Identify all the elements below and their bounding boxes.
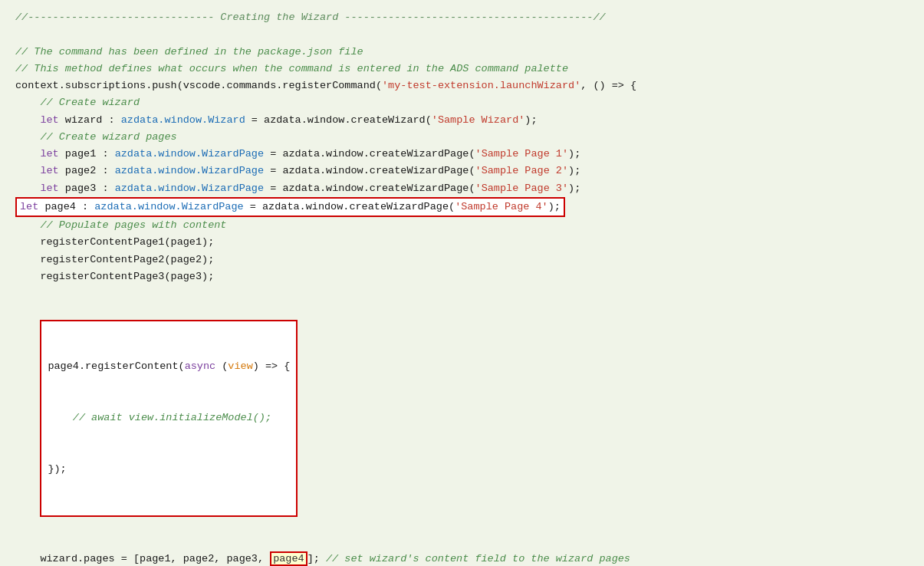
- create-pages-comment: // Create wizard pages: [15, 129, 909, 146]
- create-wizard-comment: // Create wizard: [15, 94, 909, 111]
- blank-line-2: [15, 285, 909, 302]
- blank-line-1: [15, 26, 909, 43]
- wizard-pages-line: wizard.pages = [page1, page2, page3, pag…: [15, 551, 909, 566]
- page1-line: let page1 : azdata.window.WizardPage = a…: [15, 146, 909, 163]
- blank-line-3: [15, 534, 909, 551]
- reg1-line: registerContentPage1(page1);: [15, 234, 909, 251]
- separator-line: //------------------------------ Creatin…: [15, 9, 909, 26]
- page4-line: let page4 : azdata.window.WizardPage = a…: [15, 197, 909, 217]
- comment-line-2: // This method defines what occurs when …: [15, 61, 909, 77]
- page2-line: let page2 : azdata.window.WizardPage = a…: [15, 163, 909, 179]
- context-line: context.subscriptions.push(vscode.comman…: [15, 77, 909, 94]
- populate-comment: // Populate pages with content: [15, 217, 909, 234]
- comment-line-1: // The command has been defined in the p…: [15, 44, 909, 61]
- register-content-block: page4.registerContent(async (view) => { …: [15, 303, 909, 534]
- page3-line: let page3 : azdata.window.WizardPage = a…: [15, 180, 909, 197]
- reg3-line: registerContentPage3(page3);: [15, 268, 909, 285]
- reg2-line: registerContentPage2(page2);: [15, 252, 909, 268]
- code-container: //------------------------------ Creatin…: [0, 0, 924, 566]
- wizard-line: let wizard : azdata.window.Wizard = azda…: [15, 112, 909, 129]
